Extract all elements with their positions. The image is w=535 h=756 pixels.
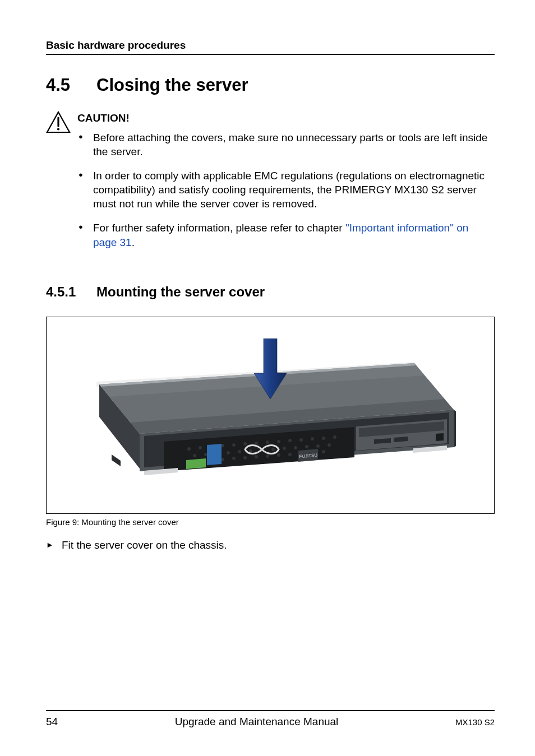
svg-point-18	[255, 442, 258, 445]
svg-point-36	[305, 445, 308, 448]
svg-point-20	[277, 440, 280, 443]
caution-item-text: Before attaching the covers, make sure n…	[93, 132, 487, 157]
heading-1-number: 4.5	[46, 75, 96, 95]
svg-point-21	[288, 439, 292, 442]
caution-triangle-icon	[46, 111, 71, 259]
caution-item: Before attaching the covers, make sure n…	[77, 131, 495, 159]
svg-point-37	[316, 444, 320, 448]
svg-point-31	[249, 449, 252, 453]
arrow-down-icon	[254, 338, 287, 402]
svg-marker-52	[186, 458, 206, 469]
svg-point-24	[322, 437, 325, 440]
svg-point-30	[238, 450, 241, 453]
svg-marker-3	[254, 338, 287, 399]
svg-marker-53	[207, 444, 222, 465]
svg-point-35	[294, 446, 297, 449]
svg-point-46	[266, 454, 269, 458]
svg-marker-58	[436, 433, 444, 441]
heading-2-number: 4.5.1	[46, 284, 96, 300]
caution-item: In order to comply with applicable EMC r…	[77, 169, 495, 211]
page-footer: 54 Upgrade and Maintenance Manual MX130 …	[46, 710, 495, 728]
svg-point-26	[193, 454, 196, 457]
svg-marker-8	[112, 454, 121, 466]
server-illustration: FUJITSU	[77, 345, 464, 485]
caution-list: Before attaching the covers, make sure n…	[77, 131, 495, 249]
step-item-text: Fit the server cover on the chassis.	[62, 539, 227, 551]
page-header: Basic hardware procedures	[46, 39, 495, 55]
heading-2-title: Mounting the server cover	[96, 284, 265, 299]
figure-box: FUJITSU	[46, 317, 495, 514]
header-section-title: Basic hardware procedures	[46, 39, 186, 51]
svg-point-17	[243, 442, 247, 446]
heading-1: 4.5Closing the server	[46, 75, 495, 95]
svg-point-2	[57, 128, 59, 130]
svg-point-47	[277, 453, 280, 457]
svg-point-29	[227, 451, 230, 454]
svg-point-12	[187, 447, 191, 451]
svg-point-43	[232, 457, 236, 460]
caution-item-text: In order to comply with applicable EMC r…	[93, 170, 485, 210]
svg-point-25	[333, 435, 336, 439]
svg-point-44	[243, 456, 247, 460]
caution-block: CAUTION! Before attaching the covers, ma…	[46, 111, 495, 259]
footer-center-text: Upgrade and Maintenance Manual	[175, 716, 339, 728]
step-list: Fit the server cover on the chassis.	[46, 539, 495, 551]
svg-point-16	[232, 443, 236, 447]
svg-point-51	[322, 450, 325, 453]
heading-1-title: Closing the server	[96, 75, 248, 95]
svg-point-33	[271, 448, 275, 451]
heading-2: 4.5.1Mounting the server cover	[46, 284, 495, 300]
footer-right-text: MX130 S2	[455, 717, 495, 727]
svg-point-34	[283, 447, 286, 450]
caution-title: CAUTION!	[77, 111, 495, 125]
figure-caption: Figure 9: Mounting the server cover	[46, 517, 495, 527]
svg-point-38	[328, 443, 331, 447]
caution-item-suffix: .	[132, 236, 135, 248]
caution-item: For further safety information, please r…	[77, 221, 495, 249]
svg-point-22	[299, 438, 303, 442]
svg-point-19	[266, 440, 269, 444]
svg-point-13	[199, 446, 202, 449]
svg-point-48	[288, 453, 292, 456]
step-item: Fit the server cover on the chassis.	[46, 539, 495, 551]
svg-point-45	[255, 455, 258, 458]
svg-point-23	[311, 437, 314, 440]
svg-marker-63	[454, 410, 456, 447]
caution-item-prefix: For further safety information, please r…	[93, 222, 345, 234]
footer-page-number: 54	[46, 716, 58, 728]
